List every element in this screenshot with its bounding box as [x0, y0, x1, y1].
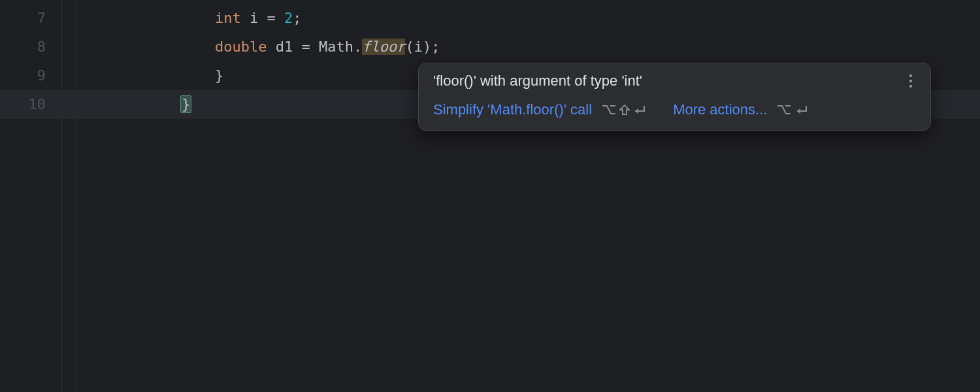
identifier: d1 — [276, 39, 293, 55]
code-line-7[interactable]: int i = 2; — [76, 4, 980, 33]
code-editor[interactable]: 7 8 9 10 int i = 2; double d1 = Math.flo… — [0, 0, 980, 392]
more-actions[interactable]: More actions... — [673, 101, 809, 118]
more-options-icon[interactable] — [903, 73, 919, 89]
method-call-floor: floor — [362, 39, 405, 55]
simplify-link[interactable]: Simplify 'Math.floor()' call — [433, 101, 592, 118]
code-area[interactable]: int i = 2; double d1 = Math.floor(i); } … — [76, 0, 980, 392]
keyword-int: int — [215, 10, 241, 26]
line-number: 9 — [0, 61, 61, 90]
line-number: 8 — [0, 33, 61, 61]
class-ref: Math — [319, 39, 353, 55]
gutter-annotations — [62, 0, 76, 392]
keyword-double: double — [215, 39, 267, 55]
inspection-popup: 'floor()' with argument of type 'int' Si… — [418, 63, 931, 131]
more-actions-link[interactable]: More actions... — [673, 101, 767, 118]
quickfix-simplify[interactable]: Simplify 'Math.floor()' call — [433, 101, 647, 118]
number-literal: 2 — [284, 10, 293, 26]
identifier: i — [250, 10, 258, 26]
brace-close-matched: } — [180, 95, 191, 113]
shortcut-opt-enter — [776, 103, 809, 117]
line-number: 7 — [0, 4, 61, 33]
code-line-8[interactable]: double d1 = Math.floor(i); — [76, 33, 980, 61]
inspection-title: 'floor()' with argument of type 'int' — [433, 73, 642, 90]
line-number: 10 — [0, 90, 61, 119]
shortcut-opt-shift-enter — [601, 103, 647, 117]
brace-close: } — [215, 67, 223, 84]
line-number-gutter: 7 8 9 10 — [0, 0, 62, 392]
